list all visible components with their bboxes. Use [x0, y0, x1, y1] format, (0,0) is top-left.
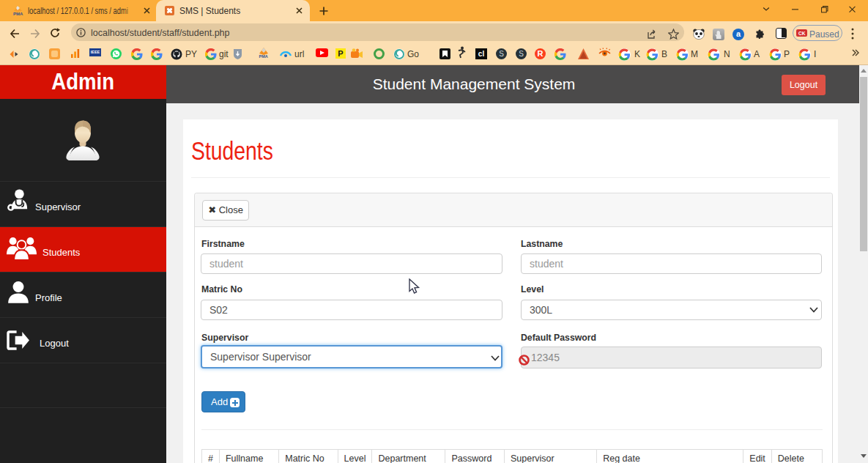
svg-text:PMA: PMA: [259, 54, 268, 59]
svg-text:PMA: PMA: [13, 12, 23, 16]
